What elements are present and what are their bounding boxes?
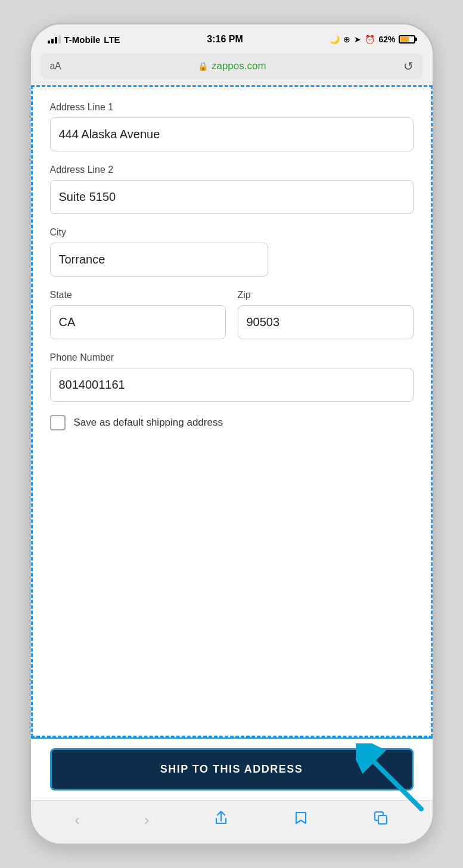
phone-group: Phone Number	[50, 352, 414, 402]
save-default-label: Save as default shipping address	[74, 417, 223, 429]
browser-nav: ‹ ›	[31, 800, 433, 844]
state-group: State	[50, 290, 226, 339]
address-line1-label: Address Line 1	[50, 102, 414, 113]
phone-label: Phone Number	[50, 352, 414, 363]
carrier-label: T-Mobile	[64, 35, 101, 45]
battery-icon	[399, 35, 415, 44]
location-icon: ⊕	[343, 35, 350, 44]
forward-button[interactable]: ›	[137, 808, 157, 832]
status-left: T-Mobile LTE	[48, 35, 120, 45]
moon-icon: 🌙	[330, 35, 340, 44]
ship-to-address-button[interactable]: SHIP TO THIS ADDRESS	[50, 748, 414, 790]
signal-icon	[48, 35, 61, 44]
share-button[interactable]	[206, 808, 236, 832]
content-area: Address Line 1 Address Line 2 City State	[31, 85, 433, 737]
address-line1-input[interactable]	[50, 117, 414, 151]
city-input[interactable]	[50, 243, 268, 277]
address-line1-group: Address Line 1	[50, 102, 414, 151]
status-right: 🌙 ⊕ ➤ ⏰ 62%	[330, 35, 415, 44]
reload-button[interactable]: ↺	[403, 59, 414, 73]
time-display: 3:16 PM	[207, 34, 243, 45]
save-default-row: Save as default shipping address	[50, 415, 414, 430]
alarm-icon: ⏰	[365, 35, 375, 44]
network-type: LTE	[104, 35, 120, 45]
navigation-icon: ➤	[354, 35, 361, 44]
phone-input[interactable]	[50, 368, 414, 402]
lock-icon: 🔒	[198, 61, 208, 71]
address-line2-input[interactable]	[50, 180, 414, 214]
svg-rect-1	[378, 816, 387, 824]
battery-percent: 62%	[378, 35, 395, 44]
save-default-checkbox[interactable]	[50, 415, 66, 430]
phone-frame: T-Mobile LTE 3:16 PM 🌙 ⊕ ➤ ⏰ 62% aA 🔒 za…	[29, 23, 434, 845]
city-group: City	[50, 227, 414, 277]
browser-bar: aA 🔒 zappos.com ↺	[31, 49, 433, 85]
text-size-control[interactable]: aA	[50, 61, 61, 72]
city-label: City	[50, 227, 414, 238]
status-bar: T-Mobile LTE 3:16 PM 🌙 ⊕ ➤ ⏰ 62%	[31, 24, 433, 49]
url-bar[interactable]: aA 🔒 zappos.com ↺	[41, 53, 423, 79]
address-line2-label: Address Line 2	[50, 165, 414, 175]
zip-group: Zip	[238, 290, 414, 339]
url-display[interactable]: 🔒 zappos.com	[198, 60, 266, 72]
state-input[interactable]	[50, 305, 226, 339]
tabs-button[interactable]	[366, 808, 396, 832]
button-area: SHIP TO THIS ADDRESS	[31, 737, 433, 800]
url-text: zappos.com	[212, 60, 266, 72]
bookmarks-button[interactable]	[286, 808, 316, 832]
state-label: State	[50, 290, 226, 300]
form-container: Address Line 1 Address Line 2 City State	[31, 85, 433, 737]
state-zip-row: State Zip	[50, 290, 414, 339]
address-line2-group: Address Line 2	[50, 165, 414, 214]
back-button[interactable]: ‹	[67, 808, 87, 832]
zip-input[interactable]	[238, 305, 414, 339]
zip-label: Zip	[238, 290, 414, 300]
